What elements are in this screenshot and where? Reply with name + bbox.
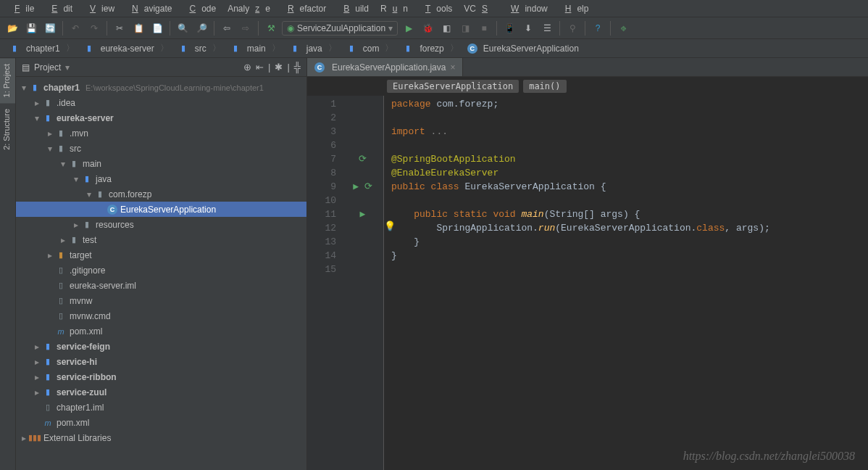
folder-icon: ▮: [178, 43, 189, 54]
tree-chapteriml[interactable]: ▯chapter1.iml: [16, 400, 306, 415]
cut-icon[interactable]: ✂: [112, 20, 128, 36]
menu-view[interactable]: View: [78, 2, 120, 15]
open-icon[interactable]: 📂: [4, 20, 20, 36]
side-tab-structure[interactable]: 2: Structure: [0, 103, 15, 156]
redo-icon[interactable]: ↷: [86, 20, 102, 36]
crumb-eureka-server[interactable]: ▮eureka-server: [79, 41, 173, 56]
tree-resources[interactable]: ▸▮resources: [16, 217, 306, 232]
tree-mvnwcmd[interactable]: ▯mvnw.cmd: [16, 308, 306, 323]
close-icon[interactable]: ×: [450, 62, 455, 73]
crumb-class[interactable]: EurekaServerApplication: [387, 80, 519, 93]
coverage-icon[interactable]: ◧: [438, 20, 454, 36]
intention-bulb-icon[interactable]: 💡: [384, 220, 396, 234]
tree-pkg[interactable]: ▾▮com.forezp: [16, 186, 306, 202]
crumb-main[interactable]: ▮main: [225, 41, 285, 56]
tree-main[interactable]: ▾▮main: [16, 156, 306, 171]
menu-navigate[interactable]: Navigate: [120, 2, 178, 15]
tree-zuul[interactable]: ▸▮service-zuul: [16, 384, 306, 400]
tree-feign[interactable]: ▸▮service-feign: [16, 339, 306, 354]
sync-icon[interactable]: 🔄: [42, 20, 58, 36]
crumb-java[interactable]: ▮java: [285, 41, 341, 56]
separator: [610, 21, 611, 36]
replace-icon[interactable]: 🔎: [193, 20, 209, 36]
debug-icon[interactable]: 🐞: [420, 20, 435, 36]
crumb-chapter1[interactable]: ▮chapter1: [4, 41, 79, 56]
tree-pom1[interactable]: mpom.xml: [16, 323, 306, 339]
spring-bean-icon[interactable]: ⟳: [342, 152, 383, 166]
menu-window[interactable]: Window: [499, 2, 554, 15]
gutter-icons: ⟳ ▶ ⟳ ▶: [342, 96, 384, 470]
run-config-selector[interactable]: ◉ ServiceZuulApplication ▾: [282, 21, 398, 36]
tree-root[interactable]: ▾▮chapter1E:\workspace\SpringCloudLearni…: [16, 80, 306, 95]
gear-icon[interactable]: ✱: [275, 62, 283, 73]
tree-target[interactable]: ▸▮target: [16, 247, 306, 263]
module-icon: ▮: [9, 43, 20, 54]
tree-iml1[interactable]: ▯eureka-server.iml: [16, 278, 306, 293]
crumb-class[interactable]: CEurekaServerApplication: [463, 42, 589, 55]
tree-eureka[interactable]: ▾▮eureka-server: [16, 110, 306, 125]
tree-ribbon[interactable]: ▸▮service-ribbon: [16, 369, 306, 384]
stop-icon[interactable]: ■: [476, 20, 492, 36]
folder-icon: ▮: [230, 43, 241, 54]
menu-code[interactable]: Code: [178, 2, 222, 15]
undo-icon[interactable]: ↶: [67, 20, 83, 36]
chevron-down-icon[interactable]: ▾: [65, 62, 70, 73]
framework-icon[interactable]: ⎆: [615, 20, 631, 36]
side-tab-project[interactable]: 1: Project: [0, 58, 15, 103]
project-icon: ▤: [22, 62, 30, 73]
tree-java[interactable]: ▾▮java: [16, 171, 306, 186]
folder-icon: ▮: [289, 43, 301, 54]
file-icon: ▯: [42, 402, 54, 413]
back-icon[interactable]: ⇦: [219, 20, 235, 36]
menu-analyze[interactable]: Analyze: [222, 2, 276, 15]
tree-test[interactable]: ▸▮test: [16, 232, 306, 247]
forward-icon[interactable]: ⇨: [238, 20, 254, 36]
crumb-com[interactable]: ▮com: [341, 41, 398, 56]
scroll-to-icon[interactable]: ⊕: [243, 62, 251, 73]
paste-icon[interactable]: 📄: [149, 20, 165, 36]
build-icon[interactable]: ⚒: [263, 20, 279, 36]
copy-icon[interactable]: 📋: [130, 20, 146, 36]
structure-icon[interactable]: ☰: [539, 20, 555, 36]
tree-pom2[interactable]: mpom.xml: [16, 415, 306, 430]
sdk-icon[interactable]: ⬇: [520, 20, 536, 36]
collapse-icon[interactable]: ⇤: [256, 62, 264, 73]
module-icon: ▮: [42, 356, 54, 368]
help-icon[interactable]: ?: [590, 20, 606, 36]
maven-icon: m: [42, 417, 54, 429]
menu-refactor[interactable]: Refactor: [276, 2, 332, 15]
diagram-icon[interactable]: ⚲: [564, 20, 580, 36]
menu-vcs[interactable]: VCS: [458, 2, 499, 15]
tree-hi[interactable]: ▸▮service-hi: [16, 354, 306, 369]
code-text[interactable]: package com.forezp; import ... @SpringBo…: [384, 96, 868, 470]
avd-icon[interactable]: 📱: [501, 20, 517, 36]
tree-app-class[interactable]: CEurekaServerApplication: [16, 202, 306, 217]
save-all-icon[interactable]: 💾: [23, 20, 39, 36]
file-icon: ▯: [55, 295, 67, 307]
crumb-forezp[interactable]: ▮forezp: [398, 41, 462, 56]
tab-eureka-app[interactable]: C EurekaServerApplication.java ×: [307, 58, 463, 76]
tree-idea[interactable]: ▸▮.idea: [16, 95, 306, 110]
tree-gitignore[interactable]: ▯.gitignore: [16, 263, 306, 278]
crumb-src[interactable]: ▮src: [173, 41, 225, 56]
menu-run[interactable]: Run: [375, 2, 414, 15]
tree-extlib[interactable]: ▸▮▮▮External Libraries: [16, 430, 306, 445]
menu-file[interactable]: File: [3, 2, 40, 15]
menu-build[interactable]: Build: [332, 2, 375, 15]
hide-icon[interactable]: ╬: [294, 62, 301, 73]
find-icon[interactable]: 🔍: [175, 20, 191, 36]
menu-tools[interactable]: Tools: [414, 2, 458, 15]
run-gutter-icon[interactable]: ▶: [342, 207, 383, 221]
tree-mvn[interactable]: ▸▮.mvn: [16, 125, 306, 141]
toolbar: 📂 💾 🔄 ↶ ↷ ✂ 📋 📄 🔍 🔎 ⇦ ⇨ ⚒ ◉ ServiceZuulA…: [0, 17, 868, 39]
tree-src[interactable]: ▾▮src: [16, 141, 306, 156]
profile-icon[interactable]: ◨: [457, 20, 473, 36]
tree-mvnw[interactable]: ▯mvnw: [16, 293, 306, 308]
code-area[interactable]: 1236789101112131415 ⟳ ▶ ⟳ ▶ package com.…: [307, 96, 868, 470]
menu-help[interactable]: Help: [554, 2, 595, 15]
crumb-method[interactable]: main(): [523, 80, 566, 93]
run-gutter-icon[interactable]: ▶ ⟳: [342, 180, 383, 194]
run-icon[interactable]: ▶: [401, 20, 417, 36]
main: 1: Project 2: Structure ▤ Project ▾ ⊕ ⇤ …: [0, 58, 868, 470]
menu-edit[interactable]: Edit: [40, 2, 78, 15]
